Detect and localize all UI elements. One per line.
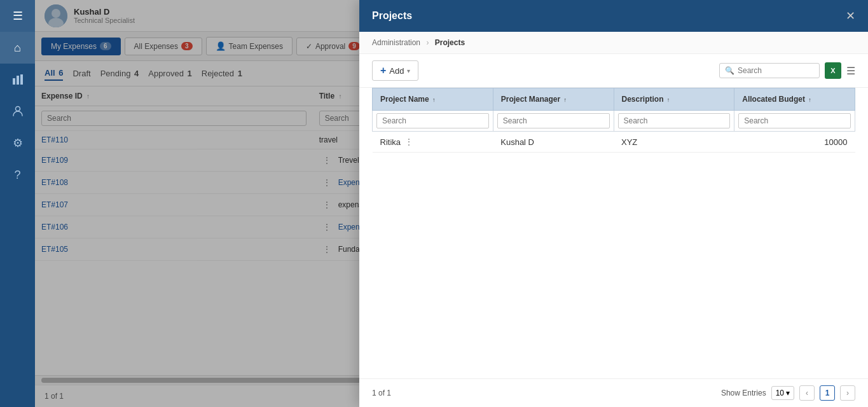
modal-breadcrumb: Administration › Projects: [359, 32, 868, 54]
proj-sort-budget: ↑: [808, 97, 811, 103]
proj-search-budget[interactable]: [738, 113, 851, 128]
add-chevron-icon: ▾: [407, 67, 410, 74]
proj-search-name[interactable]: [376, 113, 489, 128]
chart-icon[interactable]: [0, 64, 35, 95]
gear-icon[interactable]: ⚙: [0, 127, 35, 159]
sidebar: ☰ ⌂ ⚙ ?: [0, 0, 35, 407]
modal-footer: 1 of 1 Show Entries 10 ▾ ‹ 1 ›: [359, 378, 868, 407]
proj-name: Ritika: [380, 137, 401, 147]
next-page-button[interactable]: ›: [840, 385, 855, 401]
list-item: Ritika ⋮ Kushal D XYZ 10000: [373, 132, 855, 153]
show-entries-label: Show Entries: [721, 389, 766, 397]
menu-icon[interactable]: ☰: [0, 0, 35, 32]
proj-desc-cell: XYZ: [614, 132, 734, 153]
svg-point-3: [15, 107, 20, 111]
entries-dropdown[interactable]: 10 ▾: [771, 386, 794, 400]
home-icon[interactable]: ⌂: [0, 32, 35, 64]
modal-search-input[interactable]: [738, 66, 814, 75]
entries-value: 10: [776, 389, 784, 397]
excel-export-button[interactable]: X: [825, 62, 841, 79]
projects-table-container: Project Name ↑ Project Manager ↑ Descrip…: [359, 88, 868, 378]
svg-rect-2: [20, 74, 23, 85]
breadcrumb-separator: ›: [426, 38, 429, 47]
proj-search-desc[interactable]: [618, 113, 731, 128]
modal-panel: Projects ✕ Administration › Projects + A…: [359, 0, 868, 407]
modal-search-box: 🔍: [719, 63, 820, 78]
breadcrumb-current: Projects: [435, 38, 465, 47]
modal-search-wrap: 🔍 X ☰: [719, 62, 855, 79]
modal-overlay: Projects ✕ Administration › Projects + A…: [35, 0, 868, 407]
search-icon: 🔍: [725, 66, 734, 75]
proj-sort-name: ↑: [432, 97, 436, 103]
pagination-controls: Show Entries 10 ▾ ‹ 1 ›: [721, 385, 855, 401]
svg-rect-1: [17, 76, 19, 85]
add-button[interactable]: + Add ▾: [372, 60, 418, 81]
entries-chevron-icon: ▾: [786, 389, 790, 397]
proj-col-name[interactable]: Project Name ↑: [373, 88, 493, 111]
modal-toolbar: + Add ▾ 🔍 X ☰: [359, 54, 868, 88]
modal-close-button[interactable]: ✕: [846, 9, 855, 23]
current-page: 1: [820, 385, 835, 401]
breadcrumb-parent[interactable]: Administration: [372, 38, 420, 47]
users-icon[interactable]: [0, 95, 35, 127]
proj-col-manager[interactable]: Project Manager ↑: [493, 88, 614, 111]
grid-view-icon[interactable]: ☰: [846, 65, 855, 77]
svg-rect-0: [13, 78, 15, 85]
proj-name-cell: Ritika ⋮: [373, 132, 493, 153]
modal-title: Projects: [372, 10, 412, 22]
modal-header: Projects ✕: [359, 0, 868, 32]
help-icon[interactable]: ?: [0, 159, 35, 191]
proj-budget-cell: 10000: [734, 132, 855, 153]
modal-pagination-info: 1 of 1: [372, 389, 391, 397]
proj-sort-desc: ↑: [667, 97, 670, 103]
prev-page-button[interactable]: ‹: [799, 385, 815, 401]
proj-sort-manager: ↑: [563, 97, 567, 103]
add-icon: +: [380, 65, 386, 76]
proj-col-desc[interactable]: Description ↑: [614, 88, 734, 111]
proj-manager-cell: Kushal D: [493, 132, 614, 153]
proj-row-menu-button[interactable]: ⋮: [404, 137, 413, 147]
add-label: Add: [389, 66, 404, 76]
proj-search-row: [373, 111, 855, 132]
proj-col-budget[interactable]: Allocated Budget ↑: [734, 88, 855, 111]
proj-search-manager[interactable]: [497, 113, 610, 128]
